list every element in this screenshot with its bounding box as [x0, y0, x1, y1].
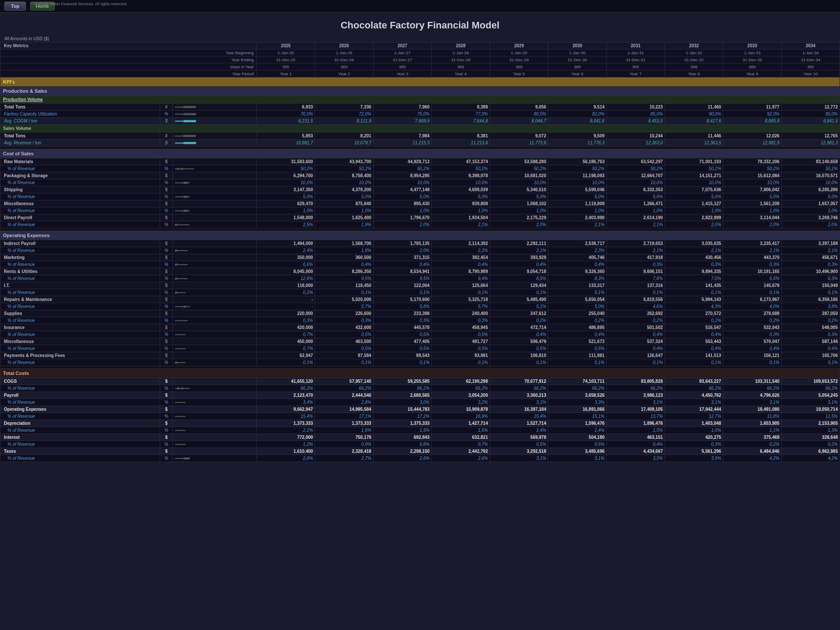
- marketing-row: Marketing $ 350,000 360,500 371,315 382,…: [0, 254, 840, 261]
- period-row: Year Period Year 1 Year 2 Year 3 Year 4 …: [0, 70, 840, 77]
- rents-pct-row: % of Revenue % ■▬▬▬▬▬ 12,8% 9,5% 9,5% 9,…: [0, 275, 840, 282]
- avg-rev-row: Avg. Revenue / ton $ ▬▬▬▬■■■■■■ 10,681,7…: [0, 140, 840, 147]
- repairs-pct-row: % of Revenue % ▬▬▬▬■▬▬ - 5,7% 5,8% 5,7% …: [0, 303, 840, 310]
- factory-util-row: Factory Capacity Utilization % ▬▬▬▬■■■■■…: [0, 111, 840, 118]
- direct-payroll-row: Direct Payroll $ 1,548,000 1,625,400 1,7…: [0, 214, 840, 221]
- packaging-pct-row: % of Revenue % ▬▬▬▬■■▬ 10,0% 10,0% 10,0%…: [0, 179, 840, 186]
- payroll-pct-row: % of Revenue % ▬▬▬▬▬ 3,4% 2,8% 3,0% 3,2%…: [0, 399, 840, 406]
- misc-opex-row: Miscellaneous $ 450,000 463,500 477,405 …: [0, 338, 840, 345]
- year-2034: 2034: [781, 42, 840, 49]
- days-row: Days in Year 365 365 365 366 365 365 365…: [0, 63, 840, 70]
- year-header: Key Metrics 2025 2026 2027 2028 2029 203…: [0, 42, 840, 49]
- insurance-pct-row: % of Revenue % ▬▬▬▬▬ 0,7% 0,5% 0,5% 0,5%…: [0, 331, 840, 338]
- raw-materials-row: Raw Materials $ 31,583,600 43,943,700 44…: [0, 158, 840, 165]
- misc-cos-pct-row: % of Revenue % ▬▬▬▬■■▬ 1,0% 1,0% 1,0% 1,…: [0, 207, 840, 214]
- misc-opex-pct-row: % of Revenue % ▬▬▬▬▬ 0,7% 0,5% 0,5% 0,5%…: [0, 345, 840, 352]
- year-2028: 2028: [431, 42, 490, 49]
- year-2025: 2025: [257, 42, 315, 49]
- raw-pct-row: % of Revenue % ▬■▬■▬▬▬▬▬ 50,2% 50,2% 50,…: [0, 165, 840, 172]
- production-volume-row: Production Volume: [0, 96, 840, 104]
- year-2029: 2029: [490, 42, 548, 49]
- packaging-row: Packaging & Storage $ 6,294,700 8,758,40…: [0, 172, 840, 179]
- depr-pct-row: % of Revenue % ▬▬▬▬▬ 2,2% 1,6% 1,5% 1,5%…: [0, 427, 840, 434]
- cost-of-sales-section: Cost of Sales: [0, 149, 840, 158]
- shipping-pct-row: % of Revenue % ▬▬▬▬■■▬ 5,0% 5,0% 5,0% 5,…: [0, 193, 840, 200]
- opex-section: Operating Expenses: [0, 231, 840, 240]
- depr-row: Depreciation $ 1,373,333 1,373,333 1,375…: [0, 420, 840, 427]
- opex-total-row: Operating Expenses $ 9,662,947 14,995,58…: [0, 406, 840, 413]
- payroll-row: Payroll $ 2,123,470 2,444,540 2,680,565 …: [0, 392, 840, 399]
- year-2032: 2032: [665, 42, 723, 49]
- taxes-row: Taxes $ 1,610,400 2,328,418 2,298,150 2,…: [0, 448, 840, 455]
- taxes-pct-row: % of Revenue % ▬▬▬▬■■■ 2,6% 2,7% 2,6% 2,…: [0, 455, 840, 462]
- misc-cos-row: Miscellaneous $ 629,470 875,840 895,430 …: [0, 200, 840, 207]
- it-row: I.T. $ 118,000 118,450 122,004 125,664 1…: [0, 282, 840, 289]
- opex-pct-row: % of Revenue % ▬▬▬▬▬ 15,4% 17,1% 17,2% 1…: [0, 413, 840, 420]
- cogs-pct-row: % of Revenue % ▬■▬■▬▬▬ 66,2% 66,2% 66,2%…: [0, 385, 840, 392]
- it-pct-row: % of Revenue % ■▬▬▬▬ 0,2% 0,1% 0,1% 0,1%…: [0, 289, 840, 296]
- kpi-section-row: KPI's: [0, 77, 840, 87]
- total-tons-prod-row: Total Tons # ▬▬▬▬■■■■■■ 6,933 7,336 7,96…: [0, 104, 840, 111]
- top-button[interactable]: Top: [4, 2, 26, 10]
- repairs-row: Repairs & Maintenance $ - 5,020,000 5,17…: [0, 296, 840, 303]
- total-tons-sales-row: Total Tons # ▬▬▬▬■■■■■■ 5,893 8,201 7,98…: [0, 133, 840, 140]
- payments-row: Payments & Processing Fees $ 62,947 87,5…: [0, 352, 840, 359]
- rents-row: Rents & Utilities $ 8,045,000 8,286,350 …: [0, 268, 840, 275]
- key-metrics-label: Key Metrics: [0, 42, 257, 49]
- logo-text: © Profit Vision Financial Services. All …: [35, 2, 128, 6]
- interest-pct-row: % of Revenue % ▬▬▬▬▬ 1,2% 0,9% 0,8% 0,7%…: [0, 441, 840, 448]
- direct-payroll-pct-row: % of Revenue % ■▬▬▬▬▬▬ 2,5% 1,9% 2,0% 2,…: [0, 221, 840, 228]
- year-2030: 2030: [548, 42, 606, 49]
- year-ending-row: Year Ending 31-Dec-25 31-Dec-26 31-Dec-2…: [0, 56, 840, 63]
- total-costs-section: Total Costs: [0, 369, 840, 378]
- indirect-pct-row: % of Revenue % ■▬▬▬▬▬ 2,4% 1,8% 2,0% 2,2…: [0, 247, 840, 254]
- year-2027: 2027: [373, 42, 431, 49]
- supplies-pct-row: % of Revenue % ▬▬▬▬▬▬ 0,3% 0,3% 0,3% 0,3…: [0, 317, 840, 324]
- shipping-row: Shipping $ 3,147,350 4,379,200 4,477,148…: [0, 186, 840, 193]
- year-2031: 2031: [606, 42, 665, 49]
- top-bar: Top Home © Profit Vision Financial Servi…: [0, 0, 840, 13]
- indirect-payroll-row: Indirect Payroll $ 1,494,000 1,568,700 1…: [0, 240, 840, 247]
- year-2026: 2026: [315, 42, 373, 49]
- currency-note: All Amounts in USD ($): [0, 35, 840, 42]
- year-2033: 2033: [723, 42, 781, 49]
- main-title: Chocolate Factory Financial Model: [0, 13, 840, 35]
- interest-row: Interest $ 772,000 750,170 692,843 632,8…: [0, 434, 840, 441]
- cogs-row: COGS $ 41,655,120 57,957,140 59,255,585 …: [0, 378, 840, 385]
- payments-pct-row: % of Revenue % ■▬▬▬▬ 0,1% 0,1% 0,1% 0,1%…: [0, 359, 840, 366]
- year-beginning-row: Year Beginning 1-Jan-25 1-Jan-26 1-Jan-2…: [0, 49, 840, 56]
- avg-cogm-row: Avg. COGM / ton $ ▬▬▬▬■■■■■■ 6,231,5 8,1…: [0, 118, 840, 125]
- sales-volume-subheader: Sales Volume: [0, 125, 840, 133]
- marketing-pct-row: % of Revenue % ■▬▬▬▬▬ 0,6% 0,4% 0,4% 0,4…: [0, 261, 840, 268]
- production-sales-row: Production & Sales: [0, 87, 840, 96]
- insurance-row: Insurance $ 420,000 432,600 445,578 458,…: [0, 324, 840, 331]
- supplies-row: Supplies $ 220,000 226,600 233,398 240,4…: [0, 310, 840, 317]
